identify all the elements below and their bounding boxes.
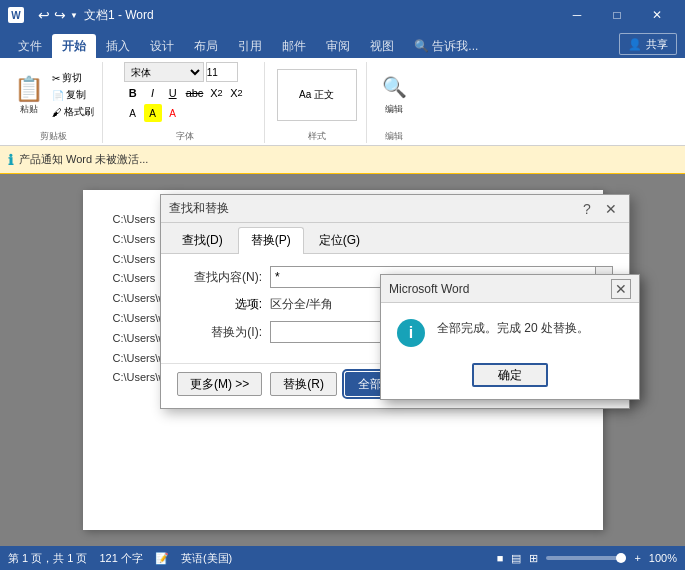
paste-btn[interactable]: 📋 粘贴 [10,69,48,121]
font-row3: A A A [124,104,182,122]
styles-group: Aa 正文 样式 [267,62,367,143]
replace-btn[interactable]: 替换(R) [270,372,337,396]
font-label: 字体 [176,128,194,143]
dialog-close-btn[interactable]: ✕ [601,199,621,219]
copy-icon: 📄 [52,90,64,101]
notification-text: 产品通知 Word 未被激活... [19,152,148,167]
undo-redo-group: ↩ ↪ ▼ [38,7,78,23]
status-right: ■ ▤ ⊞ + 100% [497,552,677,565]
styles-content: Aa 正文 [277,62,357,128]
alert-title: Microsoft Word [389,282,469,296]
view-btn-3[interactable]: ⊞ [529,552,538,565]
font-family-select[interactable]: 宋体 [124,62,204,82]
options-label: 选项: [177,296,262,313]
text-highlight-btn[interactable]: A [144,104,162,122]
redo-btn[interactable]: ↪ [54,7,66,23]
zoom-plus[interactable]: + [634,552,640,564]
view-btn-2[interactable]: ▤ [511,552,521,565]
tab-layout[interactable]: 布局 [184,34,228,58]
copy-btn[interactable]: 📄复制 [50,87,96,103]
clipboard-content: 📋 粘贴 ✂剪切 📄复制 🖌格式刷 [10,62,96,128]
text-effect-btn[interactable]: A [124,104,142,122]
font-size-input[interactable] [206,62,238,82]
underline-btn[interactable]: U [164,84,182,102]
painter-icon: 🖌 [52,107,62,118]
title-bar: W ↩ ↪ ▼ 文档1 - Word ─ □ ✕ [0,0,685,30]
cut-btn[interactable]: ✂剪切 [50,70,96,86]
dialog-tab-find[interactable]: 查找(D) [169,227,236,253]
dialog-tabs: 查找(D) 替换(P) 定位(G) [161,223,629,254]
undo-btn[interactable]: ↩ [38,7,50,23]
notification-bar: ℹ 产品通知 Word 未被激活... [0,146,685,174]
font-content: 宋体 B I U abc X2 X2 A A A [124,62,246,128]
superscript-btn[interactable]: X2 [227,84,245,102]
font-row2: B I U abc X2 X2 [124,84,246,102]
alert-ok-btn[interactable]: 确定 [472,363,548,387]
tab-tell-me[interactable]: 🔍 告诉我... [404,34,488,58]
tab-references[interactable]: 引用 [228,34,272,58]
editing-label-text: 编辑 [385,103,403,116]
zoom-thumb [616,553,626,563]
alert-body: i 全部完成。完成 20 处替换。 [381,303,639,355]
dialog-tab-goto[interactable]: 定位(G) [306,227,373,253]
cut-icon: ✂ [52,73,60,84]
styles-gallery[interactable]: Aa 正文 [277,69,357,121]
editing-group: 🔍 编辑 编辑 [369,62,419,143]
font-color-btn[interactable]: A [164,104,182,122]
tab-mailings[interactable]: 邮件 [272,34,316,58]
paste-icon: 📋 [14,75,44,103]
alert-message: 全部完成。完成 20 处替换。 [437,319,589,337]
dialog-title: 查找和替换 [169,200,229,217]
dialog-help-btn[interactable]: ? [577,199,597,219]
tab-view[interactable]: 视图 [360,34,404,58]
language: 英语(美国) [181,551,232,566]
share-icon: 👤 [628,38,642,51]
search-editing-icon[interactable]: 🔍 [382,75,407,99]
alert-info-icon: i [397,319,425,347]
clipboard-label: 剪贴板 [40,128,67,143]
subscript-btn[interactable]: X2 [207,84,225,102]
minimize-btn[interactable]: ─ [557,0,597,30]
find-label: 查找内容(N): [177,269,262,286]
ribbon-body: 📋 粘贴 ✂剪切 📄复制 🖌格式刷 剪贴板 宋体 B I U abc X2 [0,58,685,146]
document-wrapper: C:\Users C:\Users C:\Users C:\Users C:\U… [0,174,685,546]
zoom-level: 100% [649,552,677,564]
clipboard-right: ✂剪切 📄复制 🖌格式刷 [50,70,96,120]
zoom-slider[interactable] [546,556,626,560]
italic-btn[interactable]: I [144,84,162,102]
styles-label: 样式 [308,128,326,143]
more-btn[interactable]: 更多(M) >> [177,372,262,396]
tab-file[interactable]: 文件 [8,34,52,58]
font-row1: 宋体 [124,62,238,82]
bold-btn[interactable]: B [124,84,142,102]
editing-content: 🔍 编辑 [382,62,407,128]
close-btn[interactable]: ✕ [637,0,677,30]
share-btn[interactable]: 👤 共享 [619,33,677,55]
spelling-icon: 📝 [155,552,169,565]
tab-home[interactable]: 开始 [52,34,96,58]
ribbon-tabs: 文件 开始 插入 设计 布局 引用 邮件 审阅 视图 🔍 告诉我... 👤 共享 [0,30,685,58]
tab-insert[interactable]: 插入 [96,34,140,58]
tab-design[interactable]: 设计 [140,34,184,58]
replace-label: 替换为(I): [177,324,262,341]
status-left: 第 1 页，共 1 页 121 个字 📝 英语(美国) [8,551,232,566]
view-btn-1[interactable]: ■ [497,552,504,564]
page-info: 第 1 页，共 1 页 [8,551,87,566]
dialog-tab-replace[interactable]: 替换(P) [238,227,304,254]
maximize-btn[interactable]: □ [597,0,637,30]
alert-dialog: Microsoft Word ✕ i 全部完成。完成 20 处替换。 确定 [380,274,640,400]
char-count: 121 个字 [99,551,142,566]
alert-close-btn[interactable]: ✕ [611,279,631,299]
title-bar-left: W ↩ ↪ ▼ 文档1 - Word [8,7,154,24]
format-painter-btn[interactable]: 🖌格式刷 [50,104,96,120]
qat-dropdown[interactable]: ▼ [70,11,78,20]
editing-label: 编辑 [385,128,403,143]
strikethrough-btn[interactable]: abc [184,84,206,102]
tab-review[interactable]: 审阅 [316,34,360,58]
clipboard-group: 📋 粘贴 ✂剪切 📄复制 🖌格式刷 剪贴板 [4,62,103,143]
alert-titlebar: Microsoft Word ✕ [381,275,639,303]
status-bar: 第 1 页，共 1 页 121 个字 📝 英语(美国) ■ ▤ ⊞ + 100% [0,546,685,570]
options-value: 区分全/半角 [270,296,333,313]
word-app-icon: W [8,7,24,23]
alert-footer: 确定 [381,355,639,399]
